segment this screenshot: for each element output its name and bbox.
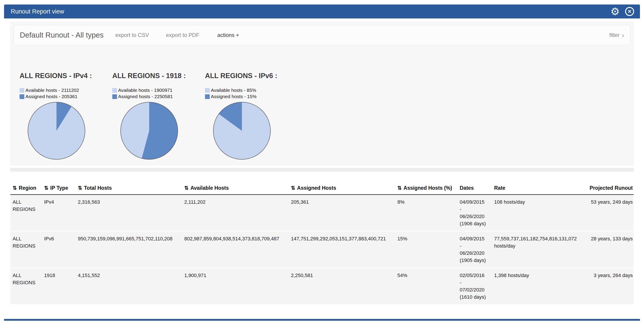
chart-title: ALL REGIONS - IPv4 : <box>20 72 112 80</box>
dates-line: 04/09/2015 <box>460 235 490 242</box>
legend-swatch-icon <box>112 94 117 99</box>
export-csv-link[interactable]: export to CSV <box>115 32 149 38</box>
column-header-assigned_hosts[interactable]: ⇅Assigned Hosts <box>291 182 398 195</box>
dates-line: (1610 days) <box>460 294 490 301</box>
legend-label: Available hosts - 2111202 <box>26 88 79 93</box>
legend-item: Available hosts - 85% <box>205 87 298 94</box>
column-header-available_hosts[interactable]: ⇅Available Hosts <box>184 182 291 195</box>
export-pdf-link[interactable]: export to PDF <box>166 32 199 38</box>
legend-item: Assigned hosts - 205361 <box>20 94 112 100</box>
cell-assigned_hosts: 2,250,581 <box>291 268 398 305</box>
cell-assigned_pct: 54% <box>398 268 460 305</box>
cell-region: ALL REGIONS <box>10 268 44 305</box>
window-bottom-bar <box>4 319 640 321</box>
column-label: Assigned Hosts (%) <box>404 185 452 191</box>
table-row: ALL REGIONSIPv42,316,5632,111,202205,361… <box>10 195 634 231</box>
legend-label: Available hosts - 85% <box>211 88 256 93</box>
dates-line: 02/05/2016 <box>460 272 490 279</box>
cell-assigned_pct: 8% <box>398 195 460 231</box>
column-label: Region <box>19 185 36 191</box>
pie-chart <box>28 102 85 160</box>
table-row: ALL REGIONS19184,151,5521,900,9712,250,5… <box>10 268 634 305</box>
cell-projected_runout: 3 years, 264 days <box>586 268 634 305</box>
cell-dates: 04/09/2015-06/26/2020(1905 days) <box>460 231 494 268</box>
chart-block: ALL REGIONS - IPv6 :Available hosts - 85… <box>205 72 298 160</box>
column-label: Dates <box>460 185 474 191</box>
cell-projected_runout: 28 years, 133 days <box>586 231 634 268</box>
cell-dates: 04/09/2015-06/26/2020(1906 days) <box>460 195 494 231</box>
window-titlebar: Runout Report view ⚙ × <box>4 4 640 18</box>
legend-item: Available hosts - 1900971 <box>112 87 205 94</box>
actions-menu-button[interactable]: actions + <box>217 32 239 38</box>
column-label: Total Hosts <box>84 185 112 191</box>
filter-toggle[interactable]: filter › <box>609 32 624 39</box>
cell-rate: 77,559,737,161,182,754,816,131,072 hosts… <box>494 231 586 268</box>
dates-line: (1905 days) <box>460 257 490 264</box>
sort-icon: ⇅ <box>12 185 17 191</box>
chart-title: ALL REGIONS - 1918 : <box>112 72 205 80</box>
close-icon[interactable]: × <box>625 7 634 16</box>
cell-dates: 02/05/2016-07/02/2020(1610 days) <box>460 268 494 305</box>
legend-item: Assigned hosts - 2250581 <box>112 94 205 100</box>
cell-ip_type: IPv4 <box>44 195 78 231</box>
divider-strip <box>10 168 634 172</box>
chart-block: ALL REGIONS - IPv4 :Available hosts - 21… <box>20 72 112 160</box>
legend-swatch-icon <box>205 94 210 99</box>
dates-line: - <box>460 279 490 286</box>
legend-item: Available hosts - 2111202 <box>20 87 112 94</box>
cell-rate: 1,398 hosts/day <box>494 268 586 305</box>
legend-label: Available hosts - 1900971 <box>118 88 172 93</box>
dates-line: 06/26/2020 <box>460 213 490 220</box>
column-header-assigned_pct[interactable]: ⇅Assigned Hosts (%) <box>398 182 460 195</box>
report-title: Default Runout - All types <box>20 31 104 40</box>
legend-label: Assigned hosts - 2250581 <box>118 94 173 99</box>
legend-label: Assigned hosts - 205361 <box>26 94 78 99</box>
runout-table-wrap: ⇅Region⇅IP Type⇅Total Hosts⇅Available Ho… <box>10 182 634 305</box>
charts-row: ALL REGIONS - IPv4 :Available hosts - 21… <box>20 72 630 160</box>
column-label: Available Hosts <box>190 185 228 191</box>
pie-chart <box>213 102 271 160</box>
legend-label: Assigned hosts - 15% <box>211 94 256 99</box>
column-header-projected_runout: Projected Runout <box>586 182 634 195</box>
settings-gear-icon[interactable]: ⚙ <box>610 6 620 17</box>
filter-label: filter <box>609 32 620 38</box>
cell-total_hosts: 950,739,159,096,991,665,751,702,110,208 <box>78 231 184 268</box>
cell-assigned_hosts: 147,751,299,292,053,151,377,883,400,721 <box>291 231 398 268</box>
legend-item: Assigned hosts - 15% <box>205 94 298 100</box>
column-header-dates: Dates <box>460 182 494 195</box>
table-row: ALL REGIONSIPv6950,739,159,096,991,665,7… <box>10 231 634 268</box>
sort-icon: ⇅ <box>78 185 82 191</box>
report-toolbar: Default Runout - All types export to CSV… <box>14 25 630 45</box>
column-header-region[interactable]: ⇅Region <box>10 182 44 195</box>
dates-line: - <box>460 242 490 250</box>
column-label: IP Type <box>50 185 68 191</box>
cell-available_hosts: 1,900,971 <box>184 268 291 305</box>
legend-swatch-icon <box>112 88 117 93</box>
dates-line: 07/02/2020 <box>460 286 490 294</box>
pie-chart <box>120 102 178 160</box>
cell-region: ALL REGIONS <box>10 195 44 231</box>
dates-line: 06/26/2020 <box>460 250 490 257</box>
legend-swatch-icon <box>20 88 24 93</box>
cell-ip_type: 1918 <box>44 268 78 305</box>
dates-line: - <box>460 206 490 213</box>
chart-legend: Available hosts - 85%Assigned hosts - 15… <box>205 87 298 100</box>
dates-line: (1906 days) <box>460 220 490 227</box>
sort-icon: ⇅ <box>398 185 402 191</box>
window-title: Runout Report view <box>11 8 64 15</box>
close-x-glyph: × <box>628 8 632 15</box>
chart-legend: Available hosts - 1900971Assigned hosts … <box>112 87 205 100</box>
cell-available_hosts: 2,111,202 <box>184 195 291 231</box>
cell-total_hosts: 4,151,552 <box>78 268 184 305</box>
runout-table: ⇅Region⇅IP Type⇅Total Hosts⇅Available Ho… <box>10 182 634 305</box>
sort-icon: ⇅ <box>184 185 188 191</box>
chevron-right-icon: › <box>622 32 624 39</box>
column-header-total_hosts[interactable]: ⇅Total Hosts <box>78 182 184 195</box>
chart-legend: Available hosts - 2111202Assigned hosts … <box>20 87 112 100</box>
column-header-ip_type[interactable]: ⇅IP Type <box>44 182 78 195</box>
chart-block: ALL REGIONS - 1918 :Available hosts - 19… <box>112 72 205 160</box>
column-header-rate: Rate <box>494 182 586 195</box>
cell-assigned_hosts: 205,361 <box>291 195 398 231</box>
dates-line: 04/09/2015 <box>460 198 490 206</box>
cell-available_hosts: 802,987,859,804,938,514,373,818,709,487 <box>184 231 291 268</box>
